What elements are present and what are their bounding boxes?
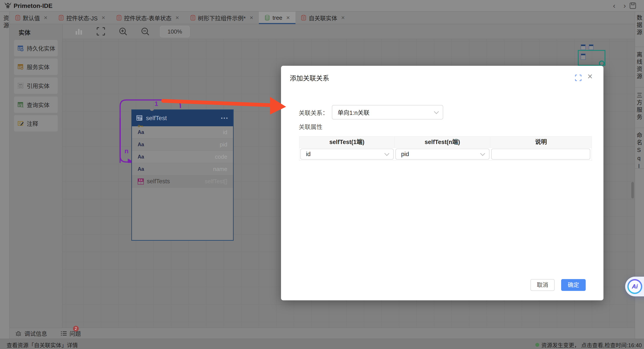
- field-name: pid: [220, 141, 227, 148]
- chevron-down-icon: [384, 151, 390, 156]
- editor-tab-bar: 默认值 × 控件状态-JS × 控件状态-表单状态 × 树形下拉组件示例* × …: [10, 12, 644, 24]
- field-name: id: [223, 129, 227, 136]
- note-cell: [490, 149, 592, 160]
- fit-screen-icon[interactable]: [97, 27, 105, 36]
- entity-field-row[interactable]: Aa code: [132, 151, 233, 163]
- left-rail: 资源: [0, 12, 10, 339]
- palette-item-reference-entity[interactable]: 引用实体: [14, 78, 58, 94]
- resource-change-status[interactable]: 资源发生变更， 点击查看,检查时间:16:40: [535, 341, 642, 349]
- relation-type-select[interactable]: 单向1:n关联: [332, 105, 443, 120]
- form-icon: [301, 15, 306, 20]
- palette-item-query-entity[interactable]: 查询实体: [14, 96, 58, 113]
- zoom-level-button[interactable]: 100%: [160, 26, 190, 37]
- relation-attributes-table: selfTest(1端) selfTest(n端) 说明 id pid: [299, 136, 592, 161]
- canvas-toolbar: 100%: [62, 24, 635, 39]
- entity-relation-row[interactable]: 1:n selfTests selfTest[]: [132, 176, 233, 188]
- tab-close-icon[interactable]: ×: [44, 14, 47, 21]
- nav-forward-icon[interactable]: ›: [621, 1, 629, 10]
- entity-palette: 实体 持久化实体 服务实体 引用实体 查询实体 注释: [10, 24, 62, 328]
- status-bar: 查看资源「自关联实体」详情 资源发生变更， 点击查看,检查时间:16:40: [0, 339, 644, 349]
- palette-item-comment[interactable]: 注释: [14, 115, 58, 132]
- ai-assistant-button[interactable]: Ai: [625, 277, 644, 296]
- tab-close-icon[interactable]: ×: [102, 14, 105, 21]
- field-type-glyph: Aa: [138, 129, 144, 135]
- field-type-glyph: Aa: [138, 142, 144, 148]
- column-header-note: 说明: [490, 136, 592, 148]
- end1-field-value: id: [306, 151, 310, 158]
- entity-field-row[interactable]: Aa id: [132, 126, 233, 138]
- minimap-entity: [589, 44, 594, 50]
- endn-field-select[interactable]: pid: [396, 149, 490, 160]
- tab-tree-dropdown-example[interactable]: 树形下拉组件示例* ×: [185, 12, 259, 24]
- rail-item-resources[interactable]: 资源: [2, 15, 10, 30]
- zoom-out-icon[interactable]: [141, 27, 150, 36]
- palette-item-label: 注释: [27, 119, 38, 127]
- palette-item-service-entity[interactable]: 服务实体: [14, 58, 58, 75]
- save-icon[interactable]: [630, 2, 636, 9]
- tab-label: 控件状态-JS: [66, 14, 98, 22]
- nav-back-icon[interactable]: ‹: [610, 1, 618, 10]
- rail-item-named-sql[interactable]: 命名Sql: [635, 132, 644, 171]
- query-entity-icon: [18, 102, 24, 108]
- tab-close-icon[interactable]: ×: [175, 14, 179, 21]
- form-icon: [190, 15, 195, 20]
- title-bar: Primeton-IDE ‹ ›: [0, 0, 644, 12]
- status-green-dot-icon: [535, 343, 539, 347]
- debug-info-label: 调试信息: [24, 329, 47, 338]
- maximize-icon[interactable]: [575, 74, 582, 81]
- rail-item-offline-resources[interactable]: 离线资源: [635, 52, 644, 80]
- rail-divider: [635, 47, 644, 47]
- vertical-scrollbar-thumb[interactable]: [631, 182, 634, 198]
- minimap-connector: [586, 47, 589, 47]
- problems-count-badge: 2: [73, 326, 79, 332]
- relation-type: selfTest[]: [205, 178, 227, 185]
- status-message: 查看资源「自关联实体」详情: [6, 341, 78, 349]
- database-icon: [264, 15, 270, 21]
- tab-close-icon[interactable]: ×: [341, 14, 344, 21]
- dialog-title: 添加关联关系: [290, 73, 329, 82]
- note-input[interactable]: [491, 149, 590, 160]
- relation-type-value: 单向1:n关联: [338, 108, 370, 117]
- entity-card-header[interactable]: selfTest •••: [132, 110, 233, 126]
- tab-self-relation-entity[interactable]: 自关联实体 ×: [296, 12, 350, 24]
- add-relation-dialog: 添加关联关系 × 关联关系： 单向1:n关联 关联属性 selfTest(1端)…: [281, 66, 604, 300]
- close-icon[interactable]: ×: [588, 72, 592, 81]
- ok-button[interactable]: 确定: [561, 279, 586, 291]
- tab-close-icon[interactable]: ×: [286, 14, 290, 21]
- debug-info-tab[interactable]: 调试信息: [16, 329, 47, 338]
- endn-field-value: pid: [401, 151, 409, 158]
- rail-item-third-party-services[interactable]: 三方服务: [635, 92, 644, 121]
- entity-more-icon[interactable]: •••: [221, 115, 228, 121]
- comment-note-icon: [18, 120, 24, 126]
- tab-close-icon[interactable]: ×: [250, 14, 253, 21]
- tab-label: 控件状态-表单状态: [124, 14, 172, 22]
- entity-card-selftest[interactable]: selfTest ••• Aa id Aa pid Aa code Aa nam…: [131, 110, 234, 241]
- palette-item-label: 查询实体: [27, 100, 50, 109]
- table-header-row: selfTest(1端) selfTest(n端) 说明: [300, 136, 592, 148]
- tab-widget-state-js[interactable]: 控件状态-JS ×: [53, 12, 111, 24]
- palette-title: 实体: [19, 28, 30, 36]
- ai-logo: Ai: [629, 280, 641, 293]
- palette-item-persistent-entity[interactable]: 持久化实体: [14, 40, 58, 56]
- one-to-many-icon: 1:n: [138, 178, 144, 184]
- tab-widget-state-form[interactable]: 控件状态-表单状态 ×: [111, 12, 185, 24]
- palette-item-label: 引用实体: [27, 82, 50, 90]
- rail-item-datasource[interactable]: 数据源: [635, 15, 644, 36]
- entity-field-row[interactable]: Aa name: [132, 163, 233, 176]
- cancel-button[interactable]: 取消: [530, 279, 554, 291]
- field-name: code: [215, 154, 227, 160]
- entity-field-row[interactable]: Aa pid: [132, 138, 233, 151]
- field-type-glyph: Aa: [138, 166, 144, 172]
- minimap-zoom-handle[interactable]: [599, 60, 604, 66]
- relation-type-label: 关联关系：: [299, 108, 328, 117]
- palette-item-label: 服务实体: [27, 63, 50, 71]
- tab-default-value[interactable]: 默认值 ×: [10, 12, 53, 24]
- zoom-in-icon[interactable]: [119, 27, 128, 36]
- end1-field-select[interactable]: id: [300, 149, 394, 160]
- chevron-down-icon: [434, 109, 439, 114]
- tab-tree[interactable]: tree ×: [259, 12, 296, 24]
- table-row: id pid: [300, 148, 592, 160]
- rail-divider: [635, 168, 644, 168]
- chart-icon[interactable]: [75, 27, 83, 36]
- bug-icon: [16, 330, 22, 336]
